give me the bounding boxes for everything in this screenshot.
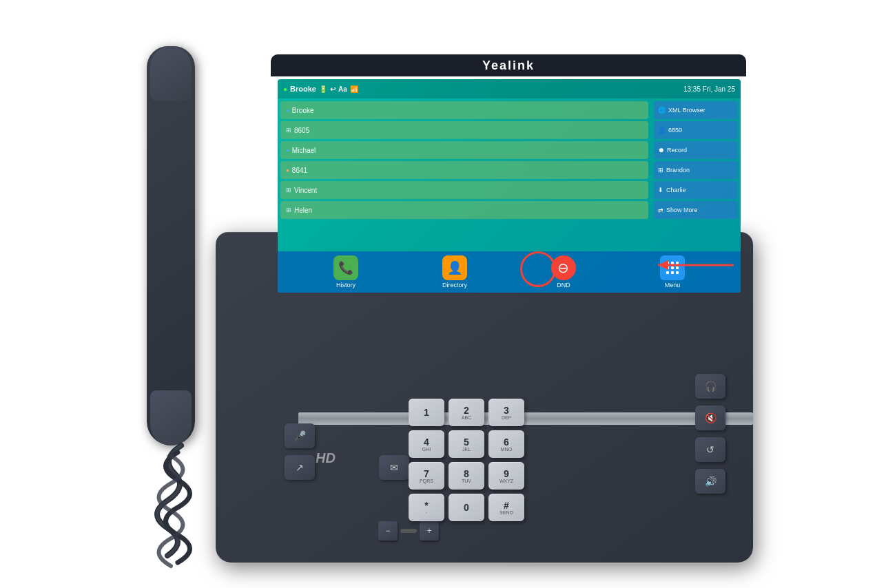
key-5[interactable]: 5JKL: [449, 430, 484, 458]
handset-top: [150, 46, 192, 101]
headset-button[interactable]: 🎧: [695, 374, 725, 399]
contact-8641[interactable]: 8641: [280, 161, 648, 179]
directory-icon: 👤: [442, 255, 467, 280]
svg-rect-6: [666, 271, 669, 274]
svg-rect-4: [671, 266, 674, 269]
contact-brooke[interactable]: Brooke: [280, 101, 648, 119]
volume-up-button[interactable]: +: [420, 521, 439, 540]
key-1[interactable]: 1: [409, 399, 444, 426]
key-3[interactable]: 3DEF: [488, 399, 524, 426]
redial-button[interactable]: ↺: [695, 437, 725, 462]
svg-rect-7: [671, 271, 674, 274]
dnd-label: DND: [557, 282, 570, 288]
datetime-display: 13:35 Fri, Jan 25: [683, 85, 735, 93]
charlie-btn[interactable]: ⬇Charlie: [654, 181, 738, 199]
speaker-button[interactable]: 🔊: [695, 469, 725, 494]
directory-button[interactable]: 👤 Directory: [442, 255, 467, 288]
key-hash[interactable]: #SEND: [488, 494, 524, 521]
brandon-btn[interactable]: ⊞Brandon: [654, 161, 738, 179]
signal-icon: 📶: [350, 85, 358, 93]
dnd-icon: ⊖: [551, 255, 576, 280]
key-9[interactable]: 9WXYZ: [488, 462, 524, 490]
keypad: 12ABC3DEF4GHI5JKL6MNO7PQRS8TUV9WXYZ*·0#S…: [409, 399, 524, 521]
message-button[interactable]: ✉: [379, 455, 409, 480]
brand-name: Yealink: [482, 59, 535, 73]
active-contact-name: Brooke: [290, 85, 316, 93]
menu-label: Menu: [665, 282, 681, 288]
dnd-button[interactable]: ⊖ DND: [551, 255, 576, 288]
contact-helen[interactable]: Helen: [280, 201, 648, 219]
key-8[interactable]: 8TUV: [449, 462, 484, 490]
mute-button[interactable]: 🎤: [285, 423, 315, 448]
history-label: History: [336, 282, 356, 288]
key-4[interactable]: 4GHI: [409, 430, 444, 458]
menu-svg: [664, 260, 681, 276]
transfer-button[interactable]: ↗: [285, 455, 315, 480]
svg-rect-5: [676, 266, 679, 269]
key-7[interactable]: 7PQRS: [409, 462, 444, 490]
font-icon: Aa: [338, 85, 347, 93]
key-6[interactable]: 6MNO: [488, 430, 524, 458]
volume-controls: − +: [378, 521, 439, 540]
status-icons: 🔋 ↩ Aa 📶: [319, 85, 358, 93]
key-2[interactable]: 2ABC: [449, 399, 484, 426]
phone-screen: ● Brooke 🔋 ↩ Aa 📶 13:35 Fri, Jan 25 Broo…: [278, 79, 741, 293]
contact-8605[interactable]: 8605: [280, 121, 648, 139]
contact-vincent[interactable]: Vincent: [280, 181, 648, 199]
battery-icon: 🔋: [319, 85, 327, 93]
xml-browser-btn[interactable]: 🌐XML Browser: [654, 101, 738, 119]
record-btn[interactable]: ⏺Record: [654, 141, 738, 159]
key-star[interactable]: *·: [409, 494, 444, 521]
svg-rect-3: [666, 266, 669, 269]
contact-michael[interactable]: Michael: [280, 141, 648, 159]
volume-down-button[interactable]: −: [378, 521, 398, 540]
menu-button[interactable]: Menu: [660, 255, 685, 288]
silver-strip: [298, 412, 753, 425]
history-button[interactable]: 📞 History: [333, 255, 358, 288]
brand-bar: Yealink: [271, 54, 746, 76]
show-more-btn[interactable]: ⇄Show More: [654, 201, 738, 219]
directory-label: Directory: [442, 282, 467, 288]
status-bar: ● Brooke 🔋 ↩ Aa 📶 13:35 Fri, Jan 25: [278, 79, 741, 98]
handset-body: [147, 46, 195, 445]
svg-rect-1: [671, 262, 674, 264]
handset: [133, 32, 209, 528]
history-icon: 📞: [333, 255, 358, 280]
svg-rect-8: [676, 271, 679, 274]
hd-badge: HD: [316, 450, 336, 466]
svg-rect-0: [666, 262, 669, 264]
6850-btn[interactable]: 👤6850: [654, 121, 738, 139]
menu-icon: [660, 255, 685, 280]
mute-mic-button[interactable]: 🔇: [695, 406, 725, 430]
phone-device: HD 🎤 ↗ ✉ − + 12ABC3DEF4GHI5JKL6MNO7PQRS8…: [133, 25, 753, 563]
screen-dock: 📞 History 👤 Directory ⊖ DND: [278, 251, 741, 293]
arrow-icon: ↩: [330, 85, 336, 93]
key-0[interactable]: 0: [449, 494, 484, 521]
svg-rect-2: [676, 262, 679, 264]
